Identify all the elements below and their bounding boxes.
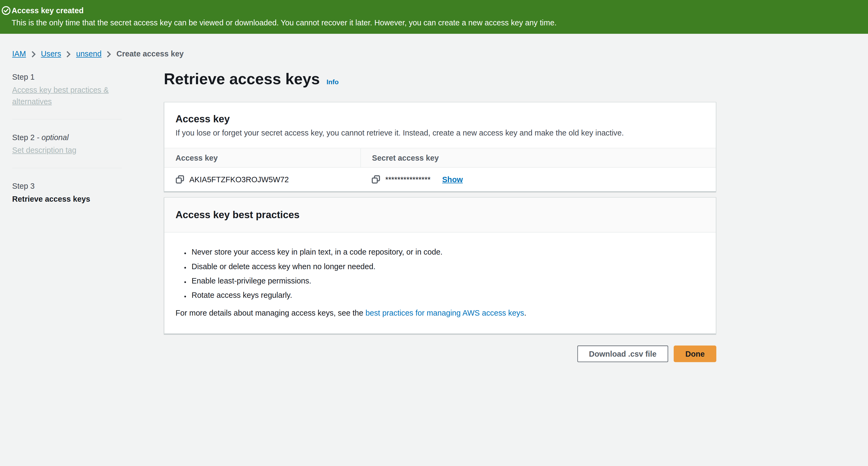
secret-access-key-cell: *************** Show [360, 168, 716, 191]
wizard-step-2: Step 2 - optional Set description tag [12, 132, 122, 156]
access-key-card: Access key If you lose or forget your se… [164, 102, 716, 191]
column-header-access-key: Access key [164, 149, 360, 167]
step-current-label: Retrieve access keys [12, 193, 122, 205]
table-header-row: Access key Secret access key [164, 149, 716, 168]
wizard-step-3: Step 3 Retrieve access keys [12, 181, 122, 205]
step-link-description-tag[interactable]: Set description tag [12, 146, 76, 154]
breadcrumb-link-users[interactable]: Users [41, 50, 61, 58]
access-key-card-header: Access key If you lose or forget your se… [164, 102, 716, 148]
flash-description: This is the only time that the secret ac… [11, 17, 857, 28]
step-number: Step 1 [12, 71, 122, 83]
main-panel: Retrieve access keys Info Access key If … [164, 71, 716, 362]
step-link-best-practices[interactable]: Access key best practices & alternatives [12, 85, 108, 106]
breadcrumb-link-unsend[interactable]: unsend [76, 50, 101, 58]
chevron-right-icon [66, 51, 71, 58]
wizard-step-1: Step 1 Access key best practices & alter… [12, 71, 122, 107]
copy-access-key-button[interactable] [176, 175, 184, 184]
wizard-steps-nav: Step 1 Access key best practices & alter… [12, 71, 122, 362]
secret-key-masked: *************** [385, 174, 431, 185]
aws-console-page: Access key created This is the only time… [0, 0, 868, 466]
page-header: Retrieve access keys Info [164, 70, 716, 89]
list-item: Enable least-privilege permissions. [192, 275, 705, 286]
success-flashbar: Access key created This is the only time… [0, 0, 868, 34]
done-button[interactable]: Done [674, 346, 716, 362]
step-number-label: Step 1 [12, 73, 35, 82]
column-header-secret-access-key: Secret access key [360, 149, 716, 167]
access-key-table: Access key Secret access key [164, 149, 716, 191]
best-practices-card-header: Access key best practices [164, 198, 716, 232]
show-secret-link[interactable]: Show [442, 174, 463, 185]
copy-secret-key-button[interactable] [371, 175, 380, 184]
divider [12, 119, 122, 120]
chevron-right-icon [106, 51, 112, 58]
flash-title: Access key created [11, 5, 857, 16]
breadcrumb: IAM Users unsend Create access key [12, 50, 868, 58]
step-number-label: Step 2 [12, 133, 37, 142]
check-circle-icon [2, 6, 10, 15]
best-practices-card: Access key best practices Never store yo… [164, 197, 716, 334]
flash-content: Access key created This is the only time… [11, 5, 857, 28]
best-practices-card-title: Access key best practices [176, 209, 705, 221]
action-buttons: Download .csv file Done [164, 346, 716, 362]
access-key-value: AKIA5FTZFKO3ROJW5W72 [189, 174, 289, 185]
table-row: AKIA5FTZFKO3ROJW5W72 *************** [164, 168, 716, 191]
divider [12, 168, 122, 168]
best-practices-card-body: Never store your access key in plain tex… [164, 232, 716, 333]
best-practices-link[interactable]: best practices for managing AWS access k… [366, 308, 524, 317]
download-csv-button[interactable]: Download .csv file [577, 346, 668, 362]
list-item: Rotate access keys regularly. [192, 290, 705, 301]
breadcrumb-current: Create access key [117, 50, 184, 58]
best-practices-list: Never store your access key in plain tex… [176, 247, 705, 301]
content-area: IAM Users unsend Create access key Step … [0, 34, 868, 362]
list-item: Never store your access key in plain tex… [192, 247, 705, 257]
page-title: Retrieve access keys [164, 70, 320, 89]
access-key-card-description: If you lose or forget your secret access… [176, 127, 705, 138]
access-key-card-title: Access key [176, 113, 705, 125]
best-practices-footer: For more details about managing access k… [176, 307, 705, 318]
footer-text: For more details about managing access k… [176, 308, 366, 317]
step-optional-label: - optional [37, 133, 68, 142]
access-key-cell: AKIA5FTZFKO3ROJW5W72 [164, 168, 360, 191]
list-item: Disable or delete access key when no lon… [192, 261, 705, 272]
page-grid: Step 1 Access key best practices & alter… [12, 71, 868, 362]
info-link[interactable]: Info [327, 78, 339, 86]
breadcrumb-link-iam[interactable]: IAM [12, 50, 26, 58]
step-number: Step 2 - optional [12, 132, 122, 143]
chevron-right-icon [31, 51, 36, 58]
step-number-label: Step 3 [12, 182, 35, 191]
footer-text: . [524, 308, 526, 317]
step-number: Step 3 [12, 181, 122, 192]
